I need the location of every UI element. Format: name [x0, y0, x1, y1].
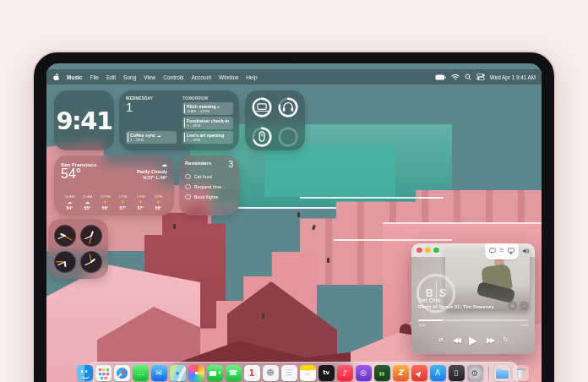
favorite-button[interactable]: ☆ [508, 301, 517, 310]
calendar-event[interactable]: Lou's art opening7 – 9PM [182, 131, 233, 144]
analog-clock [80, 251, 102, 273]
menu-item-account[interactable]: Account [192, 74, 212, 80]
menu-app-name[interactable]: Music [67, 74, 82, 80]
lyrics-icon[interactable]: “ [489, 243, 496, 258]
dock-calendar-icon[interactable]: 1 [244, 365, 260, 381]
widget-clock[interactable]: 9:41 [54, 90, 114, 150]
wifi-icon[interactable] [451, 74, 460, 80]
dock-messages-icon[interactable]: … [133, 365, 149, 381]
dock-divider [488, 366, 489, 380]
dock-launchpad-icon[interactable] [95, 365, 112, 381]
reminders-list: Cat foodRequest time…Book flights [185, 174, 233, 200]
next-button[interactable]: ▶▶ [487, 336, 493, 344]
track-title: Set One [418, 297, 493, 303]
reminder-text: Request time… [194, 184, 227, 189]
reminder-checkbox[interactable] [185, 174, 191, 180]
menu-item-view[interactable]: View [144, 74, 155, 80]
reminder-text: Cat food [194, 174, 212, 179]
dock-app-store-icon[interactable]: A [430, 365, 446, 381]
search-icon[interactable] [465, 74, 471, 80]
dock-phone-icon[interactable]: ☎ [226, 365, 242, 381]
menu-clock[interactable]: Wed Apr 1 9:41 AM [490, 74, 536, 80]
widget-world-clock[interactable] [48, 219, 108, 279]
track-subtitle: Beats In Space 01: Tim Sweeney [418, 304, 493, 309]
battery-ring-laptop [249, 95, 275, 123]
menu-item-help[interactable]: Help [246, 74, 257, 80]
dock-apple-tv-icon[interactable]: tv [318, 365, 335, 381]
dock-maps-icon[interactable]: ● [170, 365, 186, 381]
more-button[interactable]: ··· [520, 301, 529, 310]
battery-icon[interactable] [435, 74, 446, 80]
dock-finder-icon[interactable] [77, 365, 93, 381]
battery-ring-headphones [275, 95, 301, 123]
calendar-event[interactable]: Coffee sync☁1 – 2PM [126, 131, 177, 144]
weather-hour: 1 PM☀57° [114, 194, 132, 210]
camera [292, 57, 296, 61]
weather-hour: 11 AM☁55° [79, 194, 96, 210]
menu-item-window[interactable]: Window [219, 74, 238, 80]
apple-menu[interactable] [52, 73, 59, 81]
volume-icon[interactable] [522, 243, 530, 258]
screen: Music FileEditSongViewControlsAccountWin… [46, 63, 542, 382]
dock-podcasts-icon[interactable]: ◎ [356, 365, 372, 381]
queue-icon[interactable]: ☰ [499, 248, 504, 253]
widget-calendar[interactable]: WEDNESDAY 1 Coffee sync☁1 – 2PM TOMORROW… [119, 90, 239, 150]
shuffle-button[interactable]: ⇄ [438, 336, 444, 343]
weather-condition: Partly Cloudy [137, 169, 167, 174]
dock-music-icon[interactable]: ♪ [337, 365, 353, 381]
dock-notes-icon[interactable]: ☰ [300, 365, 316, 381]
reminder-item[interactable]: Cat food [185, 174, 233, 180]
dock-mail-icon[interactable]: ✉ [151, 365, 167, 381]
dock-reminders-icon[interactable]: ☰ [281, 365, 297, 381]
widget-reminders[interactable]: Reminders 3 Cat foodRequest time…Book fl… [179, 156, 239, 216]
remaining-time: -4:02 [520, 323, 528, 327]
analog-clock [54, 225, 76, 247]
music-player-window[interactable]: “ ☰ BS Set One Beats [411, 243, 535, 354]
dock-trash-icon[interactable] [513, 365, 529, 381]
calendar-today-events: Coffee sync☁1 – 2PM [126, 131, 177, 145]
dock: …✉●☎1☻☰☰tv♪◎▮▮Z▲A▯⚙ [87, 362, 518, 382]
play-button[interactable]: ▶ [469, 334, 477, 347]
menu-item-song[interactable]: Song [123, 74, 136, 80]
menu-item-controls[interactable]: Controls [163, 74, 183, 80]
previous-button[interactable]: ◀◀ [453, 336, 460, 344]
repeat-button[interactable]: ↻ [503, 336, 508, 343]
dock-facetime-icon[interactable] [207, 365, 223, 381]
minimize-button[interactable] [425, 248, 431, 254]
dock-app-rocket-icon[interactable]: ▲ [411, 365, 427, 381]
dock-downloads-folder-icon[interactable] [494, 365, 510, 381]
progress-bar[interactable]: 1:06 -4:02 [418, 319, 528, 327]
calendar-weekday: WEDNESDAY [126, 96, 177, 101]
weather-hour: 3 PM☀56° [150, 194, 167, 210]
dock-safari-icon[interactable] [114, 365, 130, 381]
menu-item-file[interactable]: File [90, 74, 98, 80]
widget-batteries[interactable] [245, 90, 305, 150]
calendar-day: 1 [126, 101, 177, 114]
close-button[interactable] [416, 248, 422, 254]
reminder-checkbox[interactable] [185, 194, 191, 200]
menu-item-edit[interactable]: Edit [106, 74, 116, 80]
reminder-item[interactable]: Book flights [185, 194, 233, 200]
weather-high-low: H:57° L:49° [143, 175, 167, 180]
calendar-event[interactable]: Pitch meeting▸11AM – 12PM [182, 102, 233, 115]
reminder-checkbox[interactable] [185, 184, 191, 190]
menu-items: FileEditSongViewControlsAccountWindowHel… [90, 74, 257, 80]
dock-settings-icon[interactable]: ⚙ [467, 365, 483, 381]
calendar-tomorrow-label: TOMORROW [182, 96, 233, 101]
device-frame: Music FileEditSongViewControlsAccountWin… [32, 51, 556, 382]
dock-iphone-mirroring-icon[interactable]: ▯ [449, 365, 465, 381]
dock-contacts-icon[interactable]: ☻ [263, 365, 279, 381]
control-center-icon[interactable] [476, 74, 485, 80]
widget-weather[interactable]: San Francisco 54° ☁ Partly Cloudy H:57° … [54, 156, 174, 216]
dock-game-green-icon[interactable]: ▮▮ [374, 365, 390, 381]
progress-fill [418, 319, 443, 321]
reminder-item[interactable]: Request time… [185, 184, 233, 190]
airplay-icon[interactable] [508, 243, 514, 258]
calendar-event[interactable]: Fundraiser check-in3 – 4PM [182, 117, 233, 129]
dock-photos-icon[interactable] [188, 365, 204, 381]
dock-app-z-icon[interactable]: Z [393, 365, 409, 381]
reminders-count: 3 [228, 161, 233, 169]
analog-clock [54, 251, 76, 273]
reminder-text: Book flights [194, 194, 219, 199]
zoom-button[interactable] [433, 248, 439, 254]
